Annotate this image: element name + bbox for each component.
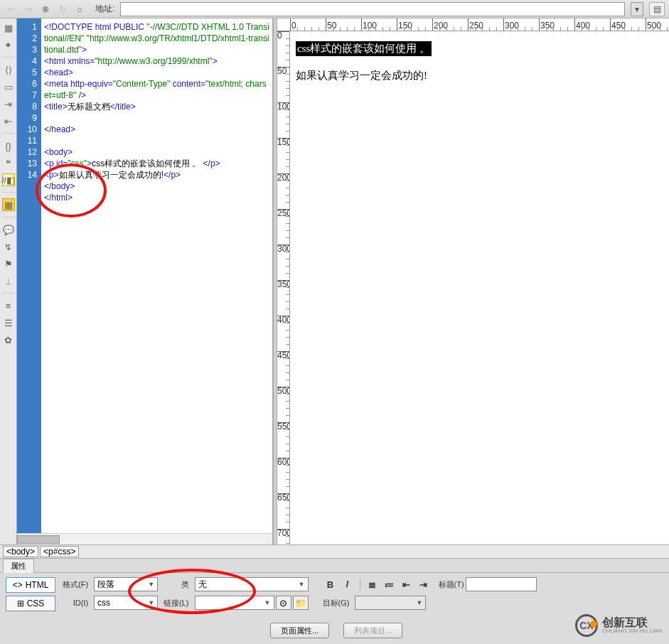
tag-chip-body[interactable]: <body>	[3, 546, 38, 557]
tool-align-icon[interactable]: ≡	[2, 299, 15, 312]
tool-indent-icon[interactable]: ⇥	[2, 97, 15, 110]
title-input[interactable]	[466, 577, 537, 591]
ul-button[interactable]: ≣	[365, 577, 380, 591]
ol-button[interactable]: ≔	[382, 577, 397, 591]
target-label: 目标(G)	[323, 598, 350, 608]
list-item-button: 列表项目...	[343, 623, 402, 638]
main-area: ▦ ✦ ⟨⟩ ▭ ⇥ ⇤ {} ❝ #◧ ▦ 💬 ↯ ⚑ ⟂ ≡ ☰ ✿ 123…	[0, 18, 669, 544]
tool-collapse-icon[interactable]: ▦	[2, 21, 15, 34]
page-properties-button[interactable]: 页面属性...	[270, 623, 329, 638]
forward-icon[interactable]: ⇨	[21, 2, 36, 16]
tool-flag-icon[interactable]: ⚑	[2, 257, 15, 270]
tag-chip-p-css[interactable]: <p#css>	[40, 546, 79, 557]
link-label: 链接(L)	[164, 598, 188, 608]
properties-panel: <> HTML ⊞ CSS 格式(F) 段落▼ 类 无▼ ID(I) css▼ …	[0, 573, 669, 644]
code-editor[interactable]: <!DOCTYPE html PUBLIC "-//W3C//DTD XHTML…	[41, 18, 272, 533]
code-h-scrollbar[interactable]	[17, 533, 272, 544]
code-icon: <>	[13, 580, 23, 590]
preview-selected-text[interactable]: css样式的嵌套该如何使用 。	[296, 41, 432, 56]
tool-wand-icon[interactable]: ✦	[2, 38, 15, 51]
properties-tab[interactable]: 属性	[3, 559, 34, 573]
chevron-down-icon: ▼	[299, 581, 305, 588]
address-input[interactable]	[120, 2, 625, 16]
tool-highlight-icon[interactable]: #◧	[2, 173, 15, 186]
bold-button[interactable]: B	[323, 577, 338, 591]
tool-misc-icon[interactable]: ✿	[2, 333, 15, 346]
tool-quote-icon[interactable]: ❝	[2, 156, 15, 169]
class-select[interactable]: 无▼	[195, 577, 309, 591]
logo-mark-icon: CX	[575, 614, 598, 637]
preview-paragraph[interactable]: 如果认真学习一定会成功的!	[296, 69, 663, 82]
side-toolbar: ▦ ✦ ⟨⟩ ▭ ⇥ ⇤ {} ❝ #◧ ▦ 💬 ↯ ⚑ ⟂ ≡ ☰ ✿	[0, 18, 17, 544]
tool-ruler-icon[interactable]: ⟂	[2, 274, 15, 287]
tool-comment-icon[interactable]: 💬	[2, 223, 15, 236]
chevron-down-icon: ▼	[416, 599, 422, 606]
indent-button[interactable]: ⇥	[416, 577, 432, 591]
tool-palette-icon[interactable]: ▦	[2, 198, 15, 211]
format-label: 格式(F)	[63, 579, 88, 590]
tool-list-icon[interactable]: ☰	[2, 316, 15, 329]
italic-button[interactable]: I	[340, 577, 355, 591]
address-label: 地址:	[95, 3, 114, 15]
brand-logo: CX 创新互联 CHUANG XIN HU LIAN	[575, 614, 662, 637]
grid-view-icon[interactable]: ▤	[649, 2, 665, 16]
tag-selector-bar: <body> <p#css>	[0, 544, 669, 559]
code-panel: 1234567891011121314 <!DOCTYPE html PUBLI…	[17, 18, 273, 544]
chevron-down-icon: ▼	[148, 599, 154, 606]
preview-panel: 050100150200250300350400450500 050100150…	[277, 18, 669, 544]
home-icon[interactable]: ⌂	[73, 2, 87, 16]
id-label: ID(I)	[63, 599, 88, 607]
link-select[interactable]: ▼	[195, 596, 274, 610]
id-select[interactable]: css▼	[94, 596, 158, 610]
back-icon[interactable]: ⇦	[4, 2, 18, 16]
tool-tag-icon[interactable]: ⟨⟩	[2, 63, 15, 76]
chevron-down-icon: ▼	[148, 581, 154, 588]
link-browse-icon[interactable]: 📁	[293, 596, 309, 610]
outdent-button[interactable]: ⇤	[399, 577, 414, 591]
code-gutter: 1234567891011121314	[17, 18, 41, 533]
class-label: 类	[164, 579, 188, 590]
css-icon: ⊞	[17, 599, 24, 608]
target-select[interactable]: ▼	[355, 596, 426, 610]
preview-content[interactable]: css样式的嵌套该如何使用 。 如果认真学习一定会成功的!	[290, 31, 669, 544]
format-select[interactable]: 段落▼	[94, 577, 158, 591]
chevron-down-icon: ▼	[264, 599, 271, 606]
refresh-icon[interactable]: ↻	[55, 2, 70, 16]
address-dropdown-icon[interactable]: ▾	[631, 2, 643, 16]
stop-icon[interactable]: ⊗	[38, 2, 53, 16]
address-toolbar: ⇦ ⇨ ⊗ ↻ ⌂ 地址: ▾ ▤	[0, 0, 669, 18]
html-mode-button[interactable]: <> HTML	[6, 577, 55, 593]
tool-link-icon[interactable]: ↯	[2, 240, 15, 253]
link-point-icon[interactable]: ⊙	[276, 596, 291, 610]
ruler-vertical: 0501001502002503003504004505005506006507…	[277, 31, 290, 544]
ruler-horizontal: 050100150200250300350400450500	[277, 18, 669, 31]
tool-bracket-icon[interactable]: {}	[2, 139, 15, 152]
tool-box-icon[interactable]: ▭	[2, 80, 15, 93]
tool-outdent-icon[interactable]: ⇤	[2, 114, 15, 127]
title-attr-label: 标题(T)	[439, 579, 464, 590]
css-mode-button[interactable]: ⊞ CSS	[6, 596, 55, 611]
properties-tab-bar: 属性	[0, 559, 669, 573]
